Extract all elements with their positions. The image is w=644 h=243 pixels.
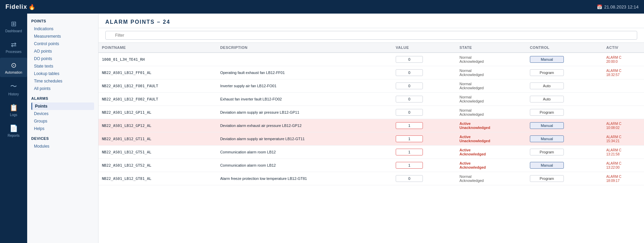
cell-pointname: NB22_AS01_LB12_GT52_AL (99, 159, 217, 172)
cell-value: 1 (392, 159, 456, 172)
cell-alarm: ALARM C18:32:57 (603, 66, 644, 79)
content-header: ALARM POINTS – 24 (99, 14, 644, 28)
sidebar-link-measurements[interactable]: Measurements (31, 33, 94, 40)
cell-description: Operating fault exhaust fan LB12-FF01 (217, 66, 392, 79)
cell-description: Deviation alarm supply air pressure LB12… (217, 106, 392, 119)
main-content: ALARM POINTS – 24 🔍 POINTNAME DESCRIPTIO… (99, 14, 644, 243)
sidebar-link-lookup-tables[interactable]: Lookup tables (31, 70, 94, 77)
sidebar-link-modules[interactable]: Modules (31, 143, 94, 150)
sidebar-link-ao-points[interactable]: AO points (31, 48, 94, 55)
cell-description: Deviation alarm exhaust air pressure LB1… (217, 119, 392, 132)
cell-control[interactable]: Program (526, 66, 603, 79)
cell-state: NormalAcknowledged (456, 172, 526, 185)
cell-control[interactable]: Program (526, 146, 603, 159)
history-icon: 〜 (10, 82, 17, 91)
sidebar-link-indications[interactable]: Indications (31, 25, 94, 33)
filter-bar: 🔍 (99, 28, 644, 43)
sidebar-link-alarm-devices[interactable]: Devices (31, 110, 94, 117)
cell-state: ActiveUnacknowledged (456, 119, 526, 132)
cell-control[interactable]: Manual (526, 132, 603, 146)
cell-pointname: NB22_AS01_LB12_GT81_AL (99, 172, 217, 185)
cell-alarm: ALARM C13:22:00 (603, 159, 644, 172)
cell-alarm (603, 106, 644, 119)
cell-value: 0 (392, 66, 456, 79)
sidebar-link-alarm-groups[interactable]: Groups (31, 117, 94, 125)
datetime-value: 21.08.2023 12:14 (604, 4, 639, 10)
filter-input[interactable] (105, 31, 637, 40)
cell-alarm: ALARM C15:34:21 (603, 132, 644, 146)
calendar-icon: 📅 (597, 4, 602, 10)
sidebar-link-alarm-points[interactable]: Points (31, 102, 94, 110)
cell-alarm: ALARM C10:08:02 (603, 119, 644, 132)
cell-value: 1 (392, 119, 456, 132)
table-row: NB22_AS01_LB12_GT51_AL Communication ala… (99, 146, 644, 159)
sidebar-link-all-points[interactable]: All points (31, 85, 94, 92)
cell-description: Communication alarm room LB12 (217, 159, 392, 172)
col-description: DESCRIPTION (217, 43, 392, 53)
cell-state: NormalAcknowledged (456, 53, 526, 66)
table-row: NB22_AS01_LB12_FO01_FAULT Inverter suppl… (99, 79, 644, 93)
cell-value: 0 (392, 53, 456, 66)
table-row: NB22_AS01_LB12_GP12_AL Deviation alarm e… (99, 119, 644, 132)
table-row: 1008_01_LJH_TE41_RH 0 NormalAcknowledged… (99, 53, 644, 66)
cell-description: Inverter supply air fan LB12-FO01 (217, 79, 392, 93)
cell-pointname: NB22_AS01_LB12_GP11_AL (99, 106, 217, 119)
nav-item-reports[interactable]: 📄 Reports (0, 121, 27, 140)
cell-description: Exhaust fan inverter fault LB12-FO02 (217, 93, 392, 106)
nav-item-processes[interactable]: ⇄ Processes (0, 37, 27, 56)
nav-item-automation[interactable]: ⊙ Automation (0, 58, 27, 77)
cell-alarm: ALARM C18:09:17 (603, 172, 644, 185)
cell-value: 0 (392, 106, 456, 119)
table-container: POINTNAME DESCRIPTION VALUE STATE CONTRO… (99, 43, 644, 243)
left-nav: ⊞ Dashboard ⇄ Processes ⊙ Automation 〜 H… (0, 14, 27, 243)
dashboard-icon: ⊞ (11, 20, 17, 28)
cell-state: NormalAcknowledged (456, 66, 526, 79)
cell-control[interactable]: Auto (526, 93, 603, 106)
sidebar: POINTS Indications Measurements Control … (27, 14, 99, 243)
processes-icon: ⇄ (11, 40, 17, 49)
cell-control[interactable]: Manual (526, 119, 603, 132)
nav-item-dashboard[interactable]: ⊞ Dashboard (0, 16, 27, 36)
reports-icon: 📄 (10, 124, 18, 132)
main-layout: ⊞ Dashboard ⇄ Processes ⊙ Automation 〜 H… (0, 14, 644, 243)
nav-label-processes: Processes (6, 50, 22, 54)
cell-control[interactable]: Auto (526, 79, 603, 93)
cell-state: NormalAcknowledged (456, 106, 526, 119)
col-control: CONTROL (526, 43, 603, 53)
cell-control[interactable]: Program (526, 172, 603, 185)
nav-label-reports: Reports (7, 134, 19, 137)
datetime-display: 📅 21.08.2023 12:14 (597, 4, 639, 10)
sidebar-link-control-points[interactable]: Control points (31, 40, 94, 48)
topbar: Fidelix🔥 📅 21.08.2023 12:14 (0, 0, 644, 14)
cell-description (217, 53, 392, 66)
nav-label-automation: Automation (5, 71, 22, 74)
cell-control[interactable]: Program (526, 106, 603, 119)
sidebar-link-state-texts[interactable]: State texts (31, 62, 94, 70)
cell-value: 1 (392, 132, 456, 146)
logs-icon: 📋 (10, 104, 18, 112)
cell-control[interactable]: Manual (526, 53, 603, 66)
table-row: NB22_AS01_LB12_GT81_AL Alarm freeze prot… (99, 172, 644, 185)
cell-pointname: NB22_AS01_LB12_GT11_AL (99, 132, 217, 146)
sidebar-link-time-schedules[interactable]: Time schedules (31, 77, 94, 85)
logo-text: Fidelix (5, 3, 27, 11)
filter-wrapper: 🔍 (105, 31, 637, 40)
nav-item-logs[interactable]: 📋 Logs (0, 100, 27, 119)
cell-control[interactable]: Manual (526, 159, 603, 172)
sidebar-section-devices: DEVICES (31, 136, 94, 141)
table-row: NB22_AS01_LB12_FO02_FAULT Exhaust fan in… (99, 93, 644, 106)
nav-label-history: History (8, 92, 19, 96)
logo-flame: 🔥 (29, 4, 36, 10)
sidebar-link-alarm-helps[interactable]: Helps (31, 125, 94, 132)
automation-icon: ⊙ (11, 61, 17, 69)
nav-label-logs: Logs (10, 113, 17, 117)
sidebar-section-alarms: ALARMS (31, 96, 94, 100)
cell-pointname: NB22_AS01_LB12_FO02_FAULT (99, 93, 217, 106)
sidebar-link-do-points[interactable]: DO points (31, 55, 94, 62)
cell-pointname: NB22_AS01_LB12_GT51_AL (99, 146, 217, 159)
nav-item-history[interactable]: 〜 History (0, 78, 27, 99)
cell-value: 0 (392, 79, 456, 93)
col-value: VALUE (392, 43, 456, 53)
col-pointname: POINTNAME (99, 43, 217, 53)
cell-state: ActiveUnacknowledged (456, 132, 526, 146)
